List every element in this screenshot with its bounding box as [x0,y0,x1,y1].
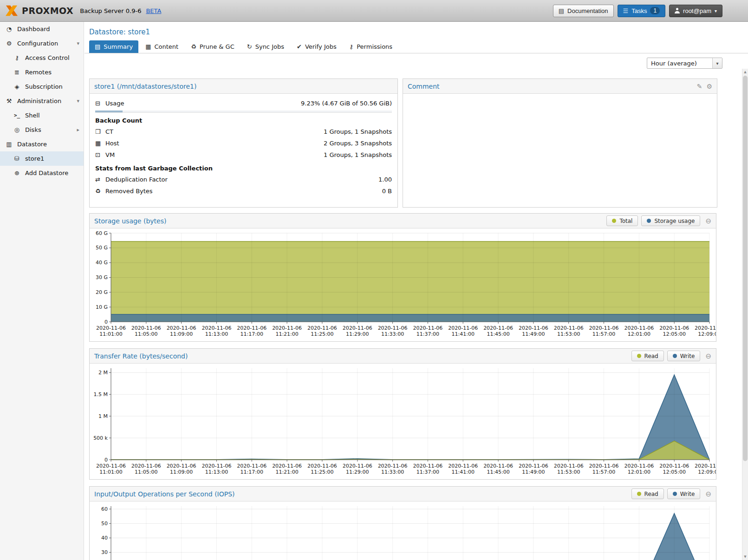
svg-text:2020-11-06: 2020-11-06 [519,463,548,469]
legend-total[interactable]: Total [606,215,638,226]
sidebar-item-configuration[interactable]: ⚙ Configuration ▾ [0,36,84,51]
svg-text:12:05:00: 12:05:00 [663,469,685,475]
panel-title: Transfer Rate (bytes/second) [94,352,188,360]
legend-write[interactable]: Write [667,488,701,499]
sidebar-item-subscription[interactable]: ◈ Subscription [0,79,84,94]
proxmox-logo-icon [5,5,19,17]
tab-label: Verify Jobs [305,43,337,50]
svg-text:0: 0 [104,457,108,463]
sidebar-item-disks[interactable]: ◎ Disks ▸ [0,123,84,137]
tab-label: Content [154,43,178,50]
panel-header: Transfer Rate (bytes/second) Read Write … [90,349,716,364]
user-icon [675,8,680,13]
collapse-icon[interactable]: ⊖ [705,490,711,498]
subscription-icon: ◈ [13,83,21,90]
tab-sync-jobs[interactable]: ↻ Sync Jobs [241,40,290,53]
svg-text:11:33:00: 11:33:00 [381,469,404,475]
toolbar: Hour (average) ▾ [85,53,748,73]
tab-verify-jobs[interactable]: ✔ Verify Jobs [291,40,342,53]
compress-icon: ⇄ [95,176,104,183]
legend-read[interactable]: Read [631,351,664,361]
legend-dot [673,492,677,496]
sidebar-item-label: Remotes [25,69,52,76]
sidebar-item-shell[interactable]: >_ Shell [0,108,84,123]
svg-text:11:09:00: 11:09:00 [170,331,193,337]
svg-text:12:05:00: 12:05:00 [663,331,685,337]
scrollbar-thumb[interactable] [743,76,748,461]
sidebar-item-store1[interactable]: ⛁ store1 [0,151,84,166]
sidebar-item-administration[interactable]: ⚒ Administration ▾ [0,94,84,108]
sidebar: ◔ Dashboard ⚙ Configuration ▾ ⚷ Access C… [0,22,84,560]
sidebar-item-add-datastore[interactable]: ⊕ Add Datastore [0,166,84,180]
caret-down-icon[interactable]: ▾ [77,40,79,46]
legend-label: Write [680,353,695,359]
collapse-icon[interactable]: ⊖ [705,217,711,225]
sidebar-item-label: Subscription [25,83,63,90]
svg-text:60: 60 [101,506,108,512]
server-icon: ≣ [13,69,21,76]
documentation-label: Documentation [567,7,608,14]
terminal-icon: >_ [13,112,21,118]
scroll-up-button[interactable]: ▲ [742,69,748,75]
sidebar-item-label: Datastore [17,141,47,148]
user-label: root@pam [683,7,711,14]
sidebar-item-datastore[interactable]: ▥ Datastore [0,137,84,151]
svg-text:11:57:00: 11:57:00 [592,331,615,337]
svg-text:0: 0 [104,319,108,325]
svg-text:2020-11-06: 2020-11-06 [483,463,513,469]
timeframe-select[interactable]: Hour (average) ▾ [647,58,722,69]
select-trigger[interactable]: ▾ [712,58,722,68]
caret-right-icon[interactable]: ▸ [77,127,79,133]
svg-text:11:45:00: 11:45:00 [487,331,509,337]
dedup-value: 1.00 [378,176,392,183]
legend-read[interactable]: Read [631,488,664,499]
svg-text:11:25:00: 11:25:00 [311,331,333,337]
trash-icon: ♻ [191,43,196,50]
usage-bar [95,111,392,113]
gc-heading: Stats from last Garbage Collection [95,165,392,172]
tab-prune-gc[interactable]: ♻ Prune & GC [185,40,240,53]
svg-text:30 G: 30 G [96,274,108,280]
tab-summary[interactable]: ▤ Summary [89,40,138,53]
svg-text:2020-11-06: 2020-11-06 [695,463,716,469]
legend-write[interactable]: Write [667,351,701,361]
documentation-button[interactable]: ▤ Documentation [553,5,614,17]
beta-link[interactable]: BETA [146,7,161,14]
legend-storage-usage[interactable]: Storage usage [641,215,700,226]
svg-text:11:21:00: 11:21:00 [275,331,298,337]
sidebar-item-access-control[interactable]: ⚷ Access Control [0,51,84,65]
tab-permissions[interactable]: ⚷ Permissions [344,40,398,53]
brand-name: PROXMOX [22,6,73,16]
svg-text:30: 30 [101,549,108,555]
sidebar-item-dashboard[interactable]: ◔ Dashboard [0,22,84,36]
collapse-icon[interactable]: ⊖ [705,352,711,360]
svg-text:2020-11-06: 2020-11-06 [131,463,161,469]
chevron-down-icon: ▾ [716,61,718,66]
cube-icon: ❒ [95,128,104,135]
svg-text:2020-11-06: 2020-11-06 [96,325,126,331]
monitor-icon: ⊡ [95,151,104,158]
tools-icon: ⚒ [5,98,13,104]
svg-text:11:53:00: 11:53:00 [557,331,580,337]
vm-value: 1 Groups, 1 Snapshots [324,151,392,158]
svg-text:2020-11-06: 2020-11-06 [237,325,267,331]
sidebar-item-label: store1 [25,155,44,162]
scrollbar[interactable]: ▲ ▼ [742,69,748,560]
tab-label: Permissions [357,43,392,50]
edit-icon[interactable]: ✎ [697,83,702,90]
caret-down-icon[interactable]: ▾ [77,98,79,104]
svg-text:11:25:00: 11:25:00 [311,469,333,475]
comment-body[interactable] [403,94,717,207]
tasks-button[interactable]: ☰ Tasks 1 [618,5,666,17]
user-menu-button[interactable]: root@pam ▾ [669,5,722,17]
tab-content[interactable]: ▦ Content [140,40,184,53]
sidebar-item-remotes[interactable]: ≣ Remotes [0,65,84,79]
gear-icon[interactable]: ⚙ [706,83,712,90]
scroll-down-button[interactable]: ▼ [742,553,748,560]
svg-text:11:01:00: 11:01:00 [99,469,122,475]
svg-text:2020-11-06: 2020-11-06 [659,463,689,469]
svg-text:2020-11-06: 2020-11-06 [519,325,548,331]
key-icon: ⚷ [13,54,21,61]
svg-text:2020-11-06: 2020-11-06 [237,463,267,469]
svg-text:2020-11-06: 2020-11-06 [378,463,408,469]
